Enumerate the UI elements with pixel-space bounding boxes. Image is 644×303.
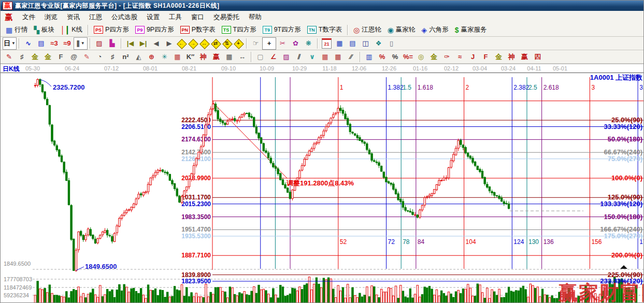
notes-button[interactable]: ▤ — [346, 38, 359, 49]
red-grid-tool[interactable]: ▦ — [171, 51, 184, 63]
percent-lines-tool[interactable]: %= — [402, 51, 414, 63]
time-cycle-tool[interactable]: ◔ — [93, 51, 106, 63]
snowflake-tool[interactable]: ✳ — [158, 51, 171, 63]
prev-page-button[interactable]: ◀ — [150, 38, 163, 49]
neural-analysis-button[interactable]: ❋ — [302, 38, 315, 49]
menu-item-7[interactable]: 窗口 — [187, 11, 209, 23]
t-square-button[interactable]: TST四方形 — [219, 24, 260, 35]
candle-style-button[interactable]: ∥▼ — [74, 37, 88, 50]
fan-grid-tool[interactable]: ▨ — [280, 51, 293, 63]
quotes-button[interactable]: ▦行情 — [3, 24, 31, 35]
red-grid2-tool[interactable]: ▦ — [319, 51, 332, 63]
wave-chart-button[interactable]: ∿ — [22, 38, 35, 49]
gold-level-tool[interactable]: 金 — [427, 51, 440, 63]
network-button[interactable]: ❖ — [372, 38, 385, 49]
period-day-button[interactable]: 日▼ — [3, 37, 17, 50]
menu-item-0[interactable]: 文件 — [18, 11, 40, 23]
gann-lines-tool[interactable]: ♯ — [16, 51, 28, 63]
candle-body — [222, 121, 223, 123]
menu-item-2[interactable]: 资讯 — [62, 11, 84, 23]
j-line-tool[interactable]: J — [466, 51, 479, 63]
v-wave-tool[interactable]: ∨ — [306, 51, 319, 63]
print-button[interactable]: ▯ — [385, 38, 398, 49]
wave-band-tool[interactable]: ≈ — [453, 51, 466, 63]
gold-angle-tool[interactable]: 金 — [492, 51, 505, 63]
full-zoom-button[interactable]: + — [233, 38, 244, 49]
expand-button[interactable]: ↔ — [198, 38, 210, 49]
vscale-button[interactable]: ⇅ — [221, 38, 233, 49]
ying-grid-tool[interactable]: 赢 — [210, 51, 223, 63]
menu-item-5[interactable]: 设置 — [142, 11, 164, 23]
number-grid-tool[interactable]: ▦ — [223, 51, 236, 63]
p9-square-button[interactable]: P99P四方形 — [132, 24, 177, 35]
menu-item-8[interactable]: 交易委托 — [209, 11, 244, 23]
angle-measure-button[interactable]: ✂ — [276, 38, 289, 49]
menu-item-6[interactable]: 工具 — [164, 11, 187, 23]
p-square-button[interactable]: PSP四方形 — [91, 24, 132, 35]
width-measure-tool[interactable]: ↔ — [236, 51, 249, 63]
winner-wheel-button[interactable]: ◉赢家轮 — [384, 24, 419, 35]
circle-cross-tool[interactable]: ⊕ — [145, 51, 158, 63]
p-number-button[interactable]: PNP数字表 — [177, 24, 219, 35]
brush-tool[interactable]: ✑ — [440, 51, 453, 63]
four-angle-tool[interactable]: 四 — [531, 51, 544, 63]
price-ruler-tool[interactable]: ♯ — [106, 51, 119, 63]
info-list-button[interactable]: ▤ — [35, 38, 48, 49]
winner-service-button[interactable]: $赢家服务 — [452, 24, 490, 35]
t9-square-button[interactable]: T99T四方形 — [260, 24, 304, 35]
kline-button[interactable]: │┃K线 — [58, 24, 85, 35]
first-page-button[interactable]: |◀ — [124, 38, 137, 49]
n-square-tool[interactable]: n² — [119, 51, 132, 63]
percent-retrace-tool[interactable]: % — [376, 51, 389, 63]
menu-item-4[interactable]: 公式选股 — [107, 11, 142, 23]
candle-body — [347, 119, 349, 125]
overlay-3-button[interactable]: ≈3 — [48, 38, 61, 49]
stat-bars-tool[interactable]: ▥ — [363, 51, 376, 63]
gold-square2-tool[interactable]: 金 — [41, 51, 54, 63]
overlay-9-button[interactable]: ≈9 — [61, 38, 74, 49]
next-page-button[interactable]: ▶ — [163, 38, 176, 49]
gann-flower-button[interactable]: ✿ — [289, 38, 302, 49]
percent-tool[interactable]: % — [389, 51, 402, 63]
gann-wheel-button[interactable]: ◎江恩轮 — [350, 24, 384, 35]
gold-square-tool[interactable]: 金 — [28, 51, 41, 63]
red-pencil-tool[interactable]: ✎ — [80, 51, 93, 63]
k-segment-tool[interactable]: K″ — [184, 51, 197, 63]
compress-button[interactable]: ⇄ — [210, 38, 221, 49]
pencil-tool[interactable]: ✎ — [3, 51, 16, 63]
drag-hand-button[interactable]: ☞ — [249, 38, 262, 49]
gold-circle-tool[interactable]: ◎ — [414, 51, 427, 63]
t-number-button[interactable]: TNT数字表 — [304, 24, 345, 35]
fan-lines-tool[interactable]: ∠ — [267, 51, 280, 63]
menu-item-9[interactable]: 帮助 — [244, 11, 266, 23]
last-page-button[interactable]: ▶| — [137, 38, 150, 49]
trend-lines-tool[interactable]: ⫽ — [293, 51, 306, 63]
zoom-left-button[interactable]: ← — [176, 38, 187, 49]
shen-grid-tool[interactable]: 神 — [197, 51, 210, 63]
parallel-lines-tool[interactable]: ∕∕ — [345, 51, 357, 63]
spiral-tool[interactable]: @ — [67, 51, 80, 63]
save-button[interactable]: ◫ — [359, 38, 372, 49]
chart-canvas[interactable]: 1521.382721.5781.6188421042.3821242.5130… — [1, 73, 644, 303]
frame-tool[interactable]: ▢ — [254, 51, 267, 63]
menu-item-3[interactable]: 江恩 — [84, 11, 107, 23]
ying-angle-tool[interactable]: 赢 — [518, 51, 531, 63]
pattern-frame-button[interactable]: ▨ — [93, 38, 106, 49]
gann-percent-label: 150.0%(180) — [604, 213, 642, 221]
red-grid3-tool[interactable]: ▦ — [332, 51, 345, 63]
volume-bar — [426, 288, 428, 303]
hexagon-button[interactable]: ◈六角形 — [418, 24, 451, 35]
volume-bar — [414, 294, 416, 303]
sectors-button[interactable]: ▚板块 — [31, 24, 58, 35]
color-volume-button[interactable]: ▙ — [106, 38, 119, 49]
f-square-tool[interactable]: F — [54, 51, 67, 63]
shen-angle-tool[interactable]: 神 — [505, 51, 518, 63]
calculator-button[interactable]: ▦ — [333, 38, 346, 49]
zoom-right-button[interactable]: → — [187, 38, 198, 49]
angle-mirror-tool[interactable]: ◭ — [132, 51, 145, 63]
calendar-button[interactable]: 21 — [320, 38, 333, 49]
candle-body — [446, 178, 447, 178]
f-line-tool[interactable]: F — [479, 51, 492, 63]
menu-item-1[interactable]: 浏览 — [40, 11, 62, 23]
crosshair-button[interactable]: + — [262, 37, 276, 50]
